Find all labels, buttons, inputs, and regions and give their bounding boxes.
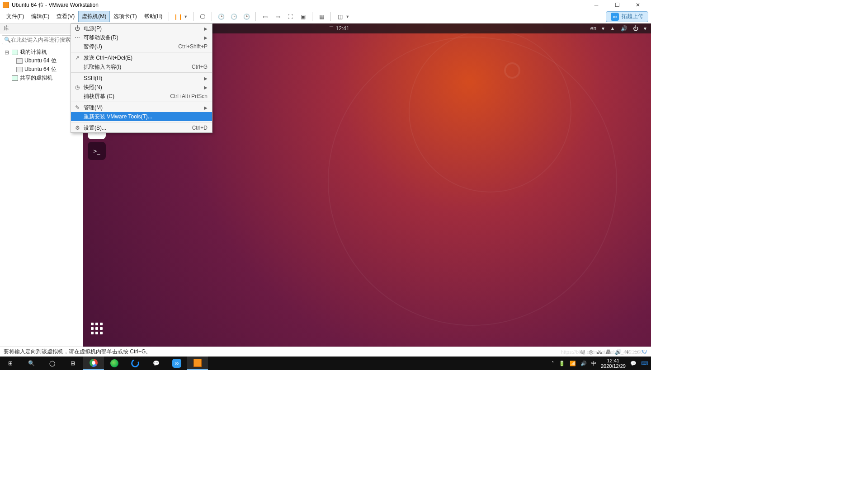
- browser-360-icon: [110, 359, 118, 367]
- view-unity-icon[interactable]: ▣: [297, 11, 308, 22]
- snapshot-manage-icon[interactable]: 🕒: [241, 11, 252, 22]
- tree-vm-label: Ubuntu 64 位: [24, 66, 57, 73]
- upload-button[interactable]: ∞ 拓越上传: [606, 11, 648, 22]
- menu-item-shortcut: Ctrl+Shift+P: [178, 43, 208, 50]
- menu-vm[interactable]: 虚拟机(M): [78, 11, 110, 22]
- input-panel-icon[interactable]: ⌨: [641, 361, 648, 366]
- menu-item-icon: ↗: [74, 55, 81, 61]
- tree-root-mycomputer[interactable]: ⊟ 我的计算机: [3, 48, 80, 56]
- menu-separator: [71, 52, 212, 52]
- start-button[interactable]: ⊞: [0, 357, 21, 370]
- cycle-dropdown-caret[interactable]: ▼: [345, 14, 352, 19]
- search-button[interactable]: 🔍: [21, 357, 42, 370]
- network-icon[interactable]: ▲: [610, 25, 615, 32]
- menu-item-shortcut: Ctrl+D: [192, 125, 208, 131]
- menu-item[interactable]: ◷快照(N)▶: [71, 83, 212, 92]
- view-multimon-icon[interactable]: ▭: [272, 11, 283, 22]
- notifications-icon[interactable]: 💬: [630, 361, 637, 366]
- ubuntu-clock[interactable]: 12:41: [336, 25, 349, 32]
- tree-vm-item[interactable]: Ubuntu 64 位: [3, 65, 80, 74]
- menu-item-icon: ⚙: [74, 125, 81, 131]
- ubuntu-tray[interactable]: en ▾ ▲ 🔊 ⏻ ▾: [590, 25, 646, 32]
- tray-wifi-icon[interactable]: 📶: [570, 361, 576, 366]
- view-single-icon[interactable]: ▭: [259, 11, 270, 22]
- menu-item[interactable]: ✎管理(M)▶: [71, 103, 212, 112]
- menu-separator: [71, 122, 212, 122]
- taskview-button[interactable]: ⊟: [62, 357, 83, 370]
- send-cad-icon[interactable]: 🖵: [197, 11, 208, 22]
- stretch-icon[interactable]: ▦: [316, 11, 327, 22]
- volume-icon[interactable]: 🔊: [621, 25, 627, 32]
- taskbar-chrome[interactable]: [83, 357, 104, 370]
- cycle-icon[interactable]: ◫: [335, 11, 345, 22]
- windows-taskbar: ⊞ 🔍 ◯ ⊟ 💬 ∞ ˄ 🔋 📶 🔊 中 12:41 2020/12/29 💬…: [0, 357, 651, 370]
- cortana-button[interactable]: ◯: [42, 357, 62, 370]
- menu-item[interactable]: ↗发送 Ctrl+Alt+Del(E): [71, 53, 212, 62]
- menu-item[interactable]: ⋯可移动设备(D)▶: [71, 33, 212, 42]
- menu-item-icon: ◷: [74, 84, 81, 90]
- snapshot-revert-icon[interactable]: 🕒: [228, 11, 239, 22]
- taskbar-ie[interactable]: [125, 357, 146, 370]
- vm-icon: [16, 58, 23, 64]
- tray-ime-lang[interactable]: 中: [591, 360, 596, 367]
- menu-item[interactable]: 重新安装 VMware Tools(T)...: [71, 112, 212, 121]
- vmware-icon: [193, 359, 202, 367]
- search-input[interactable]: [11, 37, 79, 43]
- menu-tabs[interactable]: 选项卡(T): [110, 11, 140, 22]
- menu-item-label: 设置(S)...: [84, 124, 106, 132]
- tree-vm-item[interactable]: Ubuntu 64 位: [3, 56, 80, 65]
- ubuntu-day[interactable]: 二: [329, 25, 334, 33]
- menu-item[interactable]: ⏻电源(P)▶: [71, 24, 212, 33]
- menu-item-icon: ⏻: [74, 25, 81, 32]
- menu-item[interactable]: 抓取输入内容(I)Ctrl+G: [71, 62, 212, 71]
- taskbar-wechat[interactable]: 💬: [146, 357, 166, 370]
- power-dropdown-caret[interactable]: ▼: [184, 14, 190, 19]
- menu-item-label: 暂停(U): [84, 43, 102, 51]
- snapshot-icon[interactable]: 🕒: [216, 11, 226, 22]
- menu-item[interactable]: ⚙设置(S)...Ctrl+D: [71, 123, 212, 132]
- taskbar-360[interactable]: [104, 357, 125, 370]
- host-icon: [12, 50, 18, 55]
- menu-item-label: 快照(N): [84, 84, 102, 91]
- menu-item-label: 重新安装 VMware Tools(T)...: [84, 113, 152, 121]
- menu-item[interactable]: 捕获屏幕 (C)Ctrl+Alt+PrtScn: [71, 92, 212, 101]
- taskbar-date: 2020/12/29: [601, 363, 626, 369]
- tray-battery-icon[interactable]: 🔋: [559, 361, 565, 366]
- menu-view[interactable]: 查看(V): [53, 11, 78, 22]
- dock-terminal[interactable]: >_: [88, 142, 106, 160]
- menu-separator: [71, 102, 212, 102]
- menu-item-shortcut: Ctrl+Alt+PrtScn: [170, 93, 208, 99]
- tree-root-label: 我的计算机: [20, 48, 47, 56]
- tree-shared-vms[interactable]: 共享的虚拟机: [3, 74, 80, 82]
- power-icon[interactable]: ⏻: [633, 25, 638, 32]
- taskbar-vmware[interactable]: [187, 357, 208, 370]
- menu-item-label: 可移动设备(D): [84, 34, 118, 42]
- pause-button[interactable]: ❙❙: [173, 11, 184, 22]
- tray-expand-icon[interactable]: ˄: [552, 361, 554, 366]
- tree-shared-label: 共享的虚拟机: [20, 74, 52, 82]
- menu-separator: [71, 72, 212, 73]
- taskbar-baidu[interactable]: ∞: [166, 357, 187, 370]
- collapse-icon[interactable]: ⊟: [5, 49, 10, 56]
- menu-item-label: 抓取输入内容(I): [84, 63, 121, 71]
- view-fullscreen-icon[interactable]: ⛶: [285, 11, 296, 22]
- dock-show-apps[interactable]: [88, 319, 106, 338]
- vm-menu-dropdown: ⏻电源(P)▶⋯可移动设备(D)▶暂停(U)Ctrl+Shift+P↗发送 Ct…: [71, 23, 212, 133]
- vmware-app-icon: [3, 2, 9, 8]
- taskbar-clock[interactable]: 12:41 2020/12/29: [601, 358, 626, 369]
- menu-item-label: 管理(M): [84, 104, 103, 112]
- menu-help[interactable]: 帮助(H): [141, 11, 166, 22]
- menu-item[interactable]: SSH(H)▶: [71, 74, 212, 83]
- menu-file[interactable]: 文件(F): [3, 11, 28, 22]
- close-button[interactable]: ✕: [627, 0, 648, 10]
- menu-item[interactable]: 暂停(U)Ctrl+Shift+P: [71, 42, 212, 51]
- library-search[interactable]: 🔍: [2, 35, 81, 44]
- submenu-arrow-icon: ▶: [204, 35, 208, 40]
- submenu-arrow-icon: ▶: [204, 105, 208, 110]
- menu-edit[interactable]: 编辑(E): [28, 11, 53, 22]
- maximize-button[interactable]: ☐: [607, 0, 627, 10]
- tray-volume-icon[interactable]: 🔊: [580, 361, 587, 366]
- minimize-button[interactable]: ─: [586, 0, 607, 10]
- ubuntu-lang[interactable]: en: [590, 25, 596, 32]
- menu-item-icon: ✎: [74, 104, 81, 111]
